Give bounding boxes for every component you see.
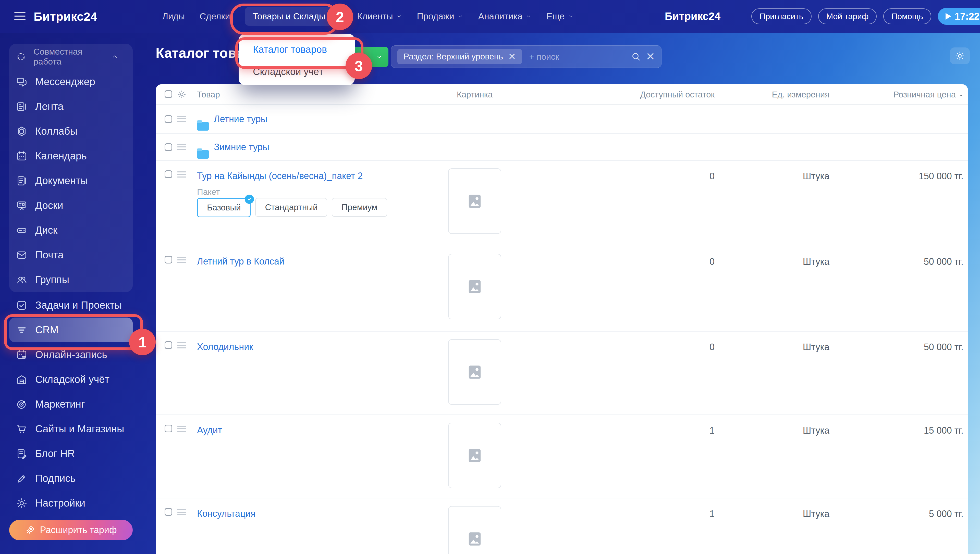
sidebar-item-label: Задачи и Проекты <box>35 299 122 311</box>
drive-icon <box>16 224 27 236</box>
view-settings-button[interactable] <box>950 48 970 64</box>
sliders-icon[interactable] <box>734 11 745 22</box>
price-value: 5 000 тг. <box>929 509 963 519</box>
column-product[interactable]: Товар <box>197 90 220 99</box>
drag-handle-icon[interactable] <box>177 116 186 123</box>
sidebar-item-доски[interactable]: Доски <box>9 193 133 218</box>
sidebar-item-маркетинг[interactable]: Маркетинг <box>9 392 133 417</box>
row-checkbox[interactable] <box>165 425 172 432</box>
app-logo[interactable]: Битрикс24 <box>34 0 105 33</box>
product-link[interactable]: Летний тур в Колсай <box>197 256 284 267</box>
sidebar-item-коллабы[interactable]: Коллабы <box>9 119 133 143</box>
search-icon[interactable] <box>631 51 641 62</box>
package-option-label: Премиум <box>341 202 377 212</box>
portal-name[interactable]: Битрикс24 <box>665 10 728 22</box>
booking-icon <box>16 349 27 361</box>
filter-chip-section[interactable]: Раздел: Верхний уровень ✕ <box>397 49 522 64</box>
nav-item-4[interactable]: Клиенты <box>357 11 402 21</box>
unit-value: Штука <box>803 342 829 352</box>
unit-value: Штука <box>803 509 829 519</box>
folder-link[interactable]: Зимние туры <box>214 142 269 153</box>
image-placeholder-icon <box>467 364 483 380</box>
sidebar-item-мессенджер[interactable]: Мессенджер <box>9 69 133 94</box>
product-link[interactable]: Тур на Кайынды (осень/весна)_пакет 2 <box>197 170 363 181</box>
column-price-label: Розничная цена <box>893 90 956 99</box>
row-checkbox[interactable] <box>165 170 172 178</box>
nav-item-6[interactable]: Аналитика <box>478 11 532 21</box>
column-price[interactable]: Розничная цена <box>893 90 963 99</box>
timer-widget[interactable]: 17:22 <box>938 8 980 25</box>
column-stock[interactable]: Доступный остаток <box>640 90 715 99</box>
tariff-button[interactable]: Мой тариф <box>818 8 877 24</box>
image-placeholder-icon <box>467 279 483 295</box>
nav-item-5[interactable]: Продажи <box>417 11 464 21</box>
nav-item-2[interactable]: Сделки <box>199 11 230 21</box>
search-icon[interactable] <box>647 11 658 22</box>
nav-item-1[interactable]: Лиды <box>162 11 185 21</box>
hamburger-menu-icon[interactable] <box>14 11 25 21</box>
product-image-placeholder <box>448 254 501 319</box>
chevron-up-icon[interactable] <box>111 53 118 60</box>
row-checkbox[interactable] <box>165 508 172 516</box>
filter-search-bar[interactable]: Раздел: Верхний уровень ✕ + поиск ✕ <box>391 45 661 68</box>
sidebar-item-почта[interactable]: Почта <box>9 243 133 267</box>
select-all-checkbox[interactable] <box>165 90 172 98</box>
sidebar-item-блог hr[interactable]: Блог HR <box>9 441 133 466</box>
row-checkbox[interactable] <box>165 143 172 151</box>
drag-handle-icon[interactable] <box>177 171 186 178</box>
catalog-panel: Товар Картинка Доступный остаток Ед. изм… <box>156 84 968 554</box>
calendar-icon <box>16 150 27 162</box>
cart-icon <box>16 423 27 435</box>
drag-handle-icon[interactable] <box>177 257 186 263</box>
package-option-премиум[interactable]: Премиум <box>332 198 387 217</box>
row-checkbox[interactable] <box>165 256 172 263</box>
drag-handle-icon[interactable] <box>177 509 186 516</box>
sidebar-item-календарь[interactable]: Календарь <box>9 143 133 168</box>
filter-chip-remove-icon[interactable]: ✕ <box>508 51 516 62</box>
drag-handle-icon[interactable] <box>177 426 186 432</box>
image-placeholder-icon <box>467 193 483 209</box>
sidebar-item-crm[interactable]: CRM <box>9 318 133 342</box>
clear-search-icon[interactable]: ✕ <box>646 51 655 62</box>
sidebar-item-складской учёт[interactable]: Складской учёт <box>9 367 133 392</box>
chevron-down-icon <box>376 53 383 60</box>
invite-button[interactable]: Пригласить <box>751 8 811 24</box>
sidebar-item-задачи и проекты[interactable]: Задачи и Проекты <box>9 293 133 318</box>
product-link[interactable]: Консультация <box>197 508 255 519</box>
filter-chip-label: Раздел: Верхний уровень <box>403 52 503 62</box>
dropdown-item-2[interactable]: Складской учёт <box>239 61 355 82</box>
product-image-placeholder <box>448 168 501 234</box>
package-option-стандартный[interactable]: Стандартный <box>255 198 327 217</box>
sidebar-item-label: Лента <box>35 101 64 112</box>
dropdown-item-1[interactable]: Каталог товаров <box>239 38 355 61</box>
sidebar-item-диск[interactable]: Диск <box>9 218 133 243</box>
sidebar-item-настройки[interactable]: Настройки <box>9 491 133 516</box>
sidebar-group-header[interactable]: Совместная работа <box>9 44 133 69</box>
sidebar-item-документы[interactable]: Документы <box>9 168 133 193</box>
folder-link[interactable]: Летние туры <box>214 113 267 125</box>
product-link[interactable]: Аудит <box>197 425 222 436</box>
row-checkbox[interactable] <box>165 115 172 123</box>
sidebar-item-label: Маркетинг <box>35 398 85 410</box>
sidebar-item-лента[interactable]: Лента <box>9 94 133 119</box>
row-checkbox[interactable] <box>165 341 172 349</box>
column-unit[interactable]: Ед. измерения <box>772 90 829 99</box>
drag-handle-icon[interactable] <box>177 144 186 151</box>
help-button[interactable]: Помощь <box>883 8 931 24</box>
package-option-базовый[interactable]: Базовый <box>197 198 251 217</box>
upgrade-tariff-button[interactable]: Расширить тариф <box>9 520 133 540</box>
nav-item-7[interactable]: Еще <box>547 11 574 21</box>
column-picture[interactable]: Картинка <box>449 90 500 99</box>
drag-handle-icon[interactable] <box>177 342 186 349</box>
sidebar-item-группы[interactable]: Группы <box>9 267 133 292</box>
folder-icon <box>197 122 209 131</box>
sidebar-item-подпись[interactable]: Подпись <box>9 466 133 491</box>
sidebar-item-онлайн-запись[interactable]: Онлайн-запись <box>9 342 133 367</box>
sidebar-item-сайты и магазины[interactable]: Сайты и Магазины <box>9 417 133 441</box>
price-value: 50 000 тг. <box>924 256 963 267</box>
annotation-badge-step3: 3 <box>346 53 372 79</box>
product-link[interactable]: Холодильник <box>197 341 253 352</box>
columns-gear-icon[interactable] <box>177 90 186 99</box>
table-header: Товар Картинка Доступный остаток Ед. изм… <box>156 84 968 105</box>
upgrade-tariff-label: Расширить тариф <box>40 525 116 535</box>
